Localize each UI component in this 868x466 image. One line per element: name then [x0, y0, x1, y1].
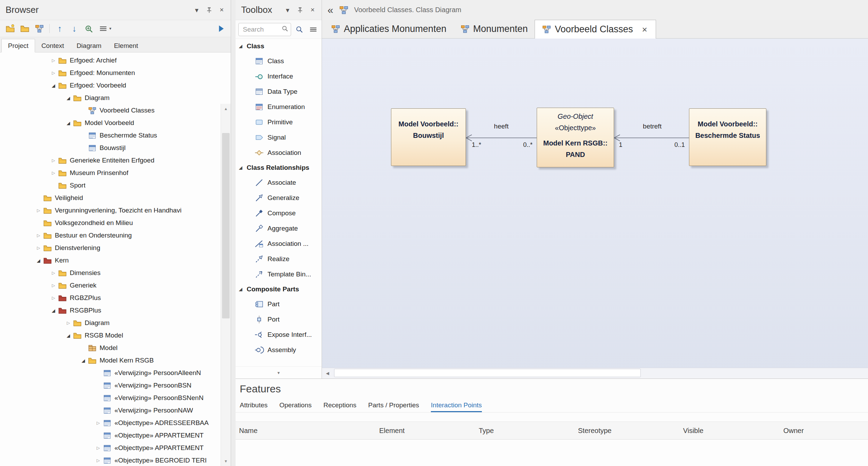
browser-menu-chevron-icon[interactable]: ▾: [190, 4, 203, 16]
document-tab[interactable]: Voorbeeld Classes ×: [535, 20, 656, 39]
expander-icon[interactable]: ▷: [49, 58, 58, 63]
scroll-up-icon[interactable]: ▲: [221, 104, 231, 114]
vscroll-thumb[interactable]: [222, 133, 230, 318]
toolbox-pin-icon[interactable]: [294, 4, 306, 16]
tree-item[interactable]: ◢ Diagram: [0, 92, 221, 104]
toolbox-item-assembly[interactable]: Assembly: [236, 342, 322, 358]
tree-item[interactable]: ▷ Museum Prinsenhof: [0, 167, 221, 179]
toolbox-item-part[interactable]: Part: [236, 297, 322, 312]
locate-in-browser-button[interactable]: [82, 22, 95, 35]
tree-item[interactable]: ▷ RGBZPlus: [0, 292, 221, 304]
toolbox-item-class[interactable]: Class: [236, 53, 322, 69]
browser-tab[interactable]: Context: [35, 39, 70, 52]
expander-icon[interactable]: ◢: [79, 358, 88, 363]
features-tab[interactable]: Attributes: [240, 401, 267, 412]
expander-icon[interactable]: ▷: [49, 296, 58, 300]
tree-item[interactable]: ▷ Vergunningverlening, Toezicht en Handh…: [0, 204, 221, 217]
tree-item[interactable]: ◢ RSGBPlus: [0, 304, 221, 317]
expander-icon[interactable]: ▷: [34, 208, 43, 213]
features-tab[interactable]: Operations: [279, 401, 312, 412]
toolbox-item-realize[interactable]: Realize: [236, 251, 322, 267]
toolbox-item-generalize[interactable]: Generalize: [236, 190, 322, 206]
tree-item[interactable]: Bouwstijl: [0, 142, 221, 154]
browser-pin-icon[interactable]: [203, 4, 215, 16]
features-tab[interactable]: Parts / Properties: [368, 401, 419, 412]
tree-item[interactable]: ▷ Erfgoed: Monumenten: [0, 67, 221, 79]
expander-icon[interactable]: ▷: [49, 70, 58, 75]
tree-item[interactable]: «Objecttype» APPARTEMENT: [0, 429, 221, 442]
tree-item[interactable]: ▷ Generieke Entiteiten Erfgoed: [0, 154, 221, 167]
close-tab-icon[interactable]: ×: [640, 25, 648, 34]
column-header[interactable]: Stereotype: [578, 427, 683, 435]
tree-item[interactable]: ◢ RSGB Model: [0, 329, 221, 342]
column-header[interactable]: Owner: [783, 427, 868, 435]
expander-icon[interactable]: ▷: [64, 321, 73, 325]
expander-icon[interactable]: ▷: [94, 458, 103, 463]
browser-options-menu-button[interactable]: [97, 22, 110, 35]
tree-item[interactable]: ◢ Kern: [0, 254, 221, 267]
tree-item[interactable]: «Verwijzing» PersoonNAW: [0, 404, 221, 417]
toolbox-item-association[interactable]: Association: [236, 145, 322, 160]
new-folder-button[interactable]: [18, 22, 31, 35]
tree-item[interactable]: Volksgezondheid en Milieu: [0, 217, 221, 229]
tree-item[interactable]: ▷ Bestuur en Ondersteuning: [0, 229, 221, 242]
navigate-forward-button[interactable]: [214, 22, 227, 35]
column-header[interactable]: Type: [479, 427, 578, 435]
class-node-pand[interactable]: Geo-Object«Objecttype»Model Kern RSGB::P…: [537, 108, 614, 167]
browser-tab[interactable]: Project: [1, 39, 35, 52]
column-header[interactable]: Element: [379, 427, 479, 435]
expander-icon[interactable]: ▷: [34, 233, 43, 238]
tree-item[interactable]: «Verwijzing» PersoonAlleenN: [0, 367, 221, 379]
tree-item[interactable]: Voorbeeld Classes: [0, 104, 221, 117]
expander-icon[interactable]: ▷: [34, 246, 43, 250]
hscroll-thumb[interactable]: [334, 369, 641, 377]
features-empty-list[interactable]: [236, 440, 868, 466]
collapse-tab-list-icon[interactable]: «: [327, 5, 333, 15]
toolbox-item-association[interactable]: Association ...: [236, 236, 322, 251]
toolbox-item-associate[interactable]: Associate: [236, 175, 322, 190]
expander-icon[interactable]: ◢: [49, 83, 58, 88]
search-input[interactable]: [242, 25, 281, 34]
toolbox-section-header[interactable]: ◢ Class Relationships: [236, 160, 322, 175]
move-down-button[interactable]: ↓: [68, 22, 81, 35]
browser-tab[interactable]: Element: [108, 39, 144, 52]
browser-close-icon[interactable]: ×: [215, 4, 228, 16]
document-tab[interactable]: Monumenten: [453, 20, 535, 38]
scroll-left-icon[interactable]: ◀: [323, 368, 332, 378]
column-header[interactable]: Visible: [683, 427, 783, 435]
tree-item[interactable]: Sport: [0, 179, 221, 192]
model-search-button[interactable]: [294, 24, 305, 35]
toolbox-item-template-bin[interactable]: Template Bin...: [236, 267, 322, 282]
tree-item[interactable]: ◢ Model Voorbeeld: [0, 117, 221, 129]
tree-item[interactable]: «Verwijzing» PersoonBSNenN: [0, 392, 221, 404]
expander-icon[interactable]: ▷: [94, 446, 103, 450]
toolbox-item-enumeration[interactable]: Enumeration: [236, 99, 322, 115]
tree-item[interactable]: Beschermde Status: [0, 129, 221, 142]
new-package-button[interactable]: [3, 22, 17, 35]
browser-scrollbar[interactable]: ▲ ▼: [221, 104, 231, 466]
new-diagram-button[interactable]: [33, 22, 46, 35]
move-up-button[interactable]: ↑: [53, 22, 66, 35]
tree-item[interactable]: ▷ Diagram: [0, 317, 221, 329]
document-tab[interactable]: Applicaties Monumenten: [324, 20, 453, 38]
tree-item[interactable]: ▷ «Objecttype» BEGROEID TERI: [0, 454, 221, 466]
scroll-down-icon[interactable]: ▼: [221, 456, 231, 466]
toolbox-item-interface[interactable]: Interface: [236, 69, 322, 84]
toolbox-menu-chevron-icon[interactable]: ▾: [281, 4, 294, 16]
toolbox-item-data-type[interactable]: Data Type: [236, 84, 322, 99]
expander-icon[interactable]: ▷: [94, 421, 103, 425]
toolbox-close-icon[interactable]: ×: [306, 4, 319, 16]
tree-item[interactable]: ▷ Generiek: [0, 279, 221, 292]
expander-icon[interactable]: ▷: [49, 271, 58, 275]
toolbox-section-header[interactable]: ◢ Class: [236, 39, 322, 53]
tree-item[interactable]: ◢ Model Kern RSGB: [0, 354, 221, 367]
toolbox-hamburger-menu-button[interactable]: [308, 24, 319, 35]
tree-item[interactable]: Model: [0, 342, 221, 354]
tree-item[interactable]: ▷ «Objecttype» APPARTEMENT: [0, 442, 221, 454]
tree-item[interactable]: ▷ Dienstverlening: [0, 242, 221, 254]
association-connector[interactable]: [466, 135, 537, 141]
browser-tab[interactable]: Diagram: [70, 39, 108, 52]
features-tab[interactable]: Interaction Points: [431, 401, 482, 412]
diagram-canvas[interactable]: Model Voorbeeld::Bouwstijl Geo-Object«Ob…: [322, 39, 868, 378]
toolbox-item-primitive[interactable]: Primitive: [236, 115, 322, 130]
